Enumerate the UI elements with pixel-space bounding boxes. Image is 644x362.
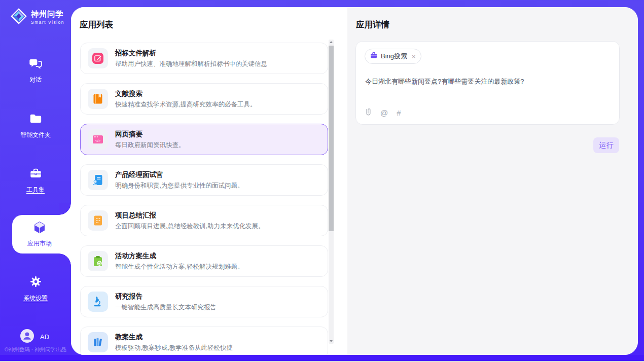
app-description: 一键智能生成高质量长文本研究报告	[115, 303, 217, 312]
app-list-panel: 应用列表 招标文件解析 帮助用户快速、准确地理解和解析招标书中的关键信息 文献搜…	[71, 7, 347, 355]
app-name: 网页摘要	[115, 130, 185, 139]
copyright-text: ©神州数码 · 神州问学出品	[0, 346, 71, 353]
app-card[interactable]: 文献搜索 快速精准查找学术资源,提高研究效率的必备工具。	[80, 83, 328, 115]
prompt-input[interactable]: 今日湖北有哪些新闻要点?有哪些需要关注的最新政策?	[365, 77, 610, 86]
mention-icon[interactable]: @	[380, 108, 388, 117]
brand-name: 神州问学	[31, 10, 64, 18]
app-name: 研究报告	[115, 292, 217, 301]
diamond-logo-icon	[10, 8, 27, 27]
app-card[interactable]: 活动方案生成 智能生成个性化活动方案,轻松解决规划难题。	[80, 245, 328, 277]
user-account[interactable]: AD	[20, 329, 49, 345]
hashtag-icon[interactable]: #	[397, 108, 401, 117]
app-description: 快速精准查找学术资源,提高研究效率的必备工具。	[115, 100, 256, 109]
app-name: 教案生成	[115, 333, 233, 342]
app-name: 招标文件解析	[115, 49, 267, 58]
browser-code-icon: </>	[88, 129, 108, 150]
gear-icon	[29, 275, 43, 291]
scrollbar[interactable]	[329, 40, 334, 344]
app-window: 神州问学 Smart Vision 对话 智能文件夹	[0, 0, 644, 362]
scrollbar-thumb[interactable]	[329, 46, 334, 231]
app-name: 项目总结汇报	[115, 211, 264, 220]
app-description: 智能生成个性化活动方案,轻松解决规划难题。	[115, 263, 243, 271]
sidebar-item-label: 应用市场	[27, 239, 52, 248]
bubble-fillet-bottom	[59, 254, 71, 266]
sidebar-item-label: 系统设置	[23, 294, 48, 303]
chat-icon	[29, 57, 43, 72]
app-card[interactable]: 研究报告 一键智能生成高质量长文本研究报告	[80, 286, 328, 317]
sidebar-item-app-market[interactable]: 应用市场	[12, 215, 71, 254]
app-description: 帮助用户快速、准确地理解和解析招标书中的关键信息	[115, 60, 267, 68]
folder-icon	[29, 112, 43, 127]
book-icon	[88, 89, 108, 109]
brand-subtitle: Smart Vision	[31, 20, 64, 25]
app-detail-panel: 应用详情 Bing搜索 × 今日湖北有哪些新闻要点?有哪些需要关注的最新政策?	[347, 7, 638, 355]
app-description: 每日政府新闻资讯快查。	[115, 141, 185, 150]
memo-icon	[88, 210, 108, 231]
app-description: 明确身份和职责,为您提供专业性的面试问题。	[115, 182, 243, 190]
app-list-title: 应用列表	[80, 19, 113, 30]
tool-chip-bing-search[interactable]: Bing搜索 ×	[365, 49, 421, 64]
scroll-up-icon[interactable]	[329, 40, 334, 45]
close-icon[interactable]: ×	[412, 53, 416, 60]
attachment-icon[interactable]	[365, 107, 372, 118]
brand-logo[interactable]: 神州问学 Smart Vision	[10, 8, 64, 27]
app-card[interactable]: 项目总结汇报 全面回顾项目进展,总结经验教训,助力未来优化发展。	[80, 205, 328, 236]
sidebar-item-chat[interactable]: 对话	[0, 57, 71, 84]
cube-icon	[32, 221, 47, 237]
bottom-accent-bar	[0, 355, 644, 361]
app-name: 活动方案生成	[115, 251, 243, 261]
composer-toolbar: @ #	[365, 107, 401, 118]
app-name: 产品经理面试官	[115, 170, 243, 179]
bubble-fillet-top	[59, 203, 71, 215]
doc-person-icon	[88, 170, 108, 190]
app-card[interactable]: 招标文件解析 帮助用户快速、准确地理解和解析招标书中的关键信息	[80, 43, 328, 74]
books-icon	[88, 332, 108, 352]
app-name: 文献搜索	[115, 89, 256, 98]
sidebar-item-smart-folder[interactable]: 智能文件夹	[0, 112, 71, 139]
scroll-down-icon[interactable]	[329, 339, 334, 344]
user-initials: AD	[40, 333, 49, 341]
app-card[interactable]: </> 网页摘要 每日政府新闻资讯快查。	[80, 124, 328, 155]
sidebar-item-label: 对话	[29, 76, 42, 84]
sidebar-item-toolset[interactable]: 工具集	[0, 167, 71, 194]
briefcase-icon	[370, 52, 377, 61]
sidebar: 神州问学 Smart Vision 对话 智能文件夹	[0, 0, 71, 355]
app-card[interactable]: 教案生成 模板驱动,教案秒成,教学准备从此轻松快捷	[80, 327, 328, 355]
app-list: 招标文件解析 帮助用户快速、准确地理解和解析招标书中的关键信息 文献搜索 快速精…	[80, 43, 328, 355]
app-detail-title: 应用详情	[356, 19, 389, 30]
edit-square-icon	[88, 48, 108, 68]
avatar	[20, 329, 34, 345]
svg-text:</>: </>	[95, 139, 100, 142]
clipboard-check-icon	[88, 251, 108, 271]
app-card[interactable]: 产品经理面试官 明确身份和职责,为您提供专业性的面试问题。	[80, 164, 328, 196]
toolbox-icon	[29, 167, 43, 182]
sidebar-item-label: 智能文件夹	[20, 131, 51, 139]
sidebar-item-label: 工具集	[26, 186, 45, 194]
app-description: 模板驱动,教案秒成,教学准备从此轻松快捷	[115, 344, 233, 352]
app-description: 全面回顾项目进展,总结经验教训,助力未来优化发展。	[115, 222, 264, 231]
content-area: 应用列表 招标文件解析 帮助用户快速、准确地理解和解析招标书中的关键信息 文献搜…	[71, 7, 638, 355]
prompt-card[interactable]: Bing搜索 × 今日湖北有哪些新闻要点?有哪些需要关注的最新政策? @ #	[355, 41, 620, 125]
sidebar-item-settings[interactable]: 系统设置	[0, 275, 71, 303]
tool-chip-label: Bing搜索	[381, 52, 407, 61]
microscope-icon	[88, 292, 108, 312]
run-button[interactable]: 运行	[593, 137, 619, 153]
